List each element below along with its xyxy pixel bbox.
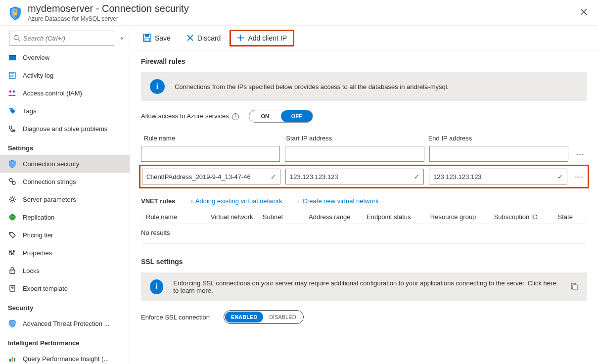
- toggle-off-label: OFF: [281, 110, 313, 122]
- create-new-vnet-link[interactable]: + Create new virtual network: [297, 197, 378, 205]
- svg-point-16: [11, 198, 14, 201]
- end-ip-input[interactable]: 123.123.123.123: [429, 169, 567, 184]
- svg-rect-0: [13, 12, 17, 15]
- svg-line-23: [10, 201, 11, 202]
- firewall-info-text: Connections from the IPs specified below…: [175, 83, 449, 91]
- svg-point-33: [11, 253, 13, 255]
- log-icon: [8, 71, 17, 80]
- nav-properties[interactable]: Properties: [0, 244, 130, 262]
- col-start-ip: Start IP address: [286, 135, 423, 142]
- row-more-button[interactable]: ···: [573, 149, 587, 159]
- main-panel: Save Discard Add client IP Firewall rule…: [130, 26, 598, 364]
- rule-name-input[interactable]: ClientIPAddress_2019-9-4_13-47-46: [142, 169, 280, 184]
- svg-line-2: [18, 39, 20, 41]
- rule-name-input[interactable]: [141, 146, 280, 162]
- ssl-toggle[interactable]: ENABLED DISABLED: [224, 310, 304, 324]
- export-icon: [8, 284, 17, 293]
- toggle-on-label: ON: [249, 110, 281, 122]
- svg-point-9: [9, 91, 12, 93]
- discard-button[interactable]: Discard: [180, 30, 228, 46]
- titlebar: mydemoserver - Connection security Azure…: [0, 0, 598, 26]
- ssl-title: SSL settings: [141, 258, 587, 266]
- search-field[interactable]: [23, 35, 110, 42]
- end-ip-input[interactable]: [429, 146, 568, 162]
- svg-rect-4: [9, 55, 16, 56]
- nav-export-template[interactable]: Export template: [0, 279, 130, 297]
- col-end-ip: End IP address: [428, 135, 565, 142]
- globe-icon: [8, 213, 17, 222]
- shield2-icon: [8, 319, 17, 328]
- nav-activity-log[interactable]: Activity log: [0, 66, 130, 84]
- svg-line-15: [12, 181, 13, 182]
- svg-point-12: [13, 130, 15, 132]
- page-title: mydemoserver - Connection security: [28, 3, 189, 14]
- tag-icon: [8, 106, 17, 115]
- search-input[interactable]: [9, 31, 114, 46]
- ssl-disabled-label: DISABLED: [263, 312, 302, 322]
- save-icon: [143, 34, 151, 42]
- svg-rect-44: [145, 34, 149, 37]
- chart-icon: [8, 354, 17, 363]
- properties-icon: [8, 248, 17, 257]
- row-more-button[interactable]: ···: [572, 172, 586, 182]
- nav-connection-security[interactable]: Connection security: [0, 155, 130, 173]
- shield-icon: [9, 7, 22, 20]
- vnet-empty: No results: [141, 224, 587, 244]
- svg-line-24: [14, 197, 15, 198]
- svg-rect-35: [10, 270, 15, 273]
- nav-server-parameters[interactable]: Server parameters: [0, 190, 130, 208]
- col-rule-name: Rule name: [144, 135, 281, 142]
- nav-overview[interactable]: Overview: [0, 48, 130, 66]
- svg-point-34: [13, 251, 15, 252]
- nav-connection-strings[interactable]: Connection strings: [0, 173, 130, 190]
- save-button[interactable]: Save: [136, 30, 178, 46]
- nav-advanced-threat[interactable]: Advanced Threat Protection ...: [0, 315, 130, 332]
- nav-replication[interactable]: Replication: [0, 208, 130, 226]
- shield-small-icon: [8, 159, 17, 168]
- section-settings: Settings: [0, 137, 130, 155]
- close-button[interactable]: [576, 6, 591, 19]
- gear-icon: [8, 195, 17, 204]
- connection-icon: [8, 177, 17, 186]
- lock-icon: [8, 266, 17, 275]
- nav-diagnose[interactable]: Diagnose and solve problems: [0, 120, 130, 137]
- nav-query-perf[interactable]: Query Performance Insight (...: [0, 350, 130, 364]
- vnet-columns: Rule name Virtual network Subnet Address…: [141, 210, 587, 224]
- vnet-title: VNET rules: [141, 197, 175, 205]
- collapse-sidebar-button[interactable]: «: [118, 33, 126, 44]
- firewall-table: Rule name Start IP address End IP addres…: [141, 133, 587, 186]
- svg-rect-49: [573, 285, 577, 290]
- firewall-title: Firewall rules: [141, 57, 587, 65]
- nav-pricing-tier[interactable]: Pricing tier: [0, 226, 130, 244]
- search-icon: [13, 35, 20, 42]
- add-existing-vnet-link[interactable]: + Adding existing virtual network: [190, 197, 282, 205]
- svg-point-28: [10, 233, 11, 234]
- people-icon: [8, 89, 17, 97]
- start-ip-input[interactable]: 123.123.123.123: [285, 169, 424, 184]
- azure-access-toggle[interactable]: ON OFF: [249, 110, 313, 123]
- ssl-enabled-label: ENABLED: [225, 312, 263, 322]
- svg-rect-37: [9, 359, 11, 362]
- info-icon: i: [150, 79, 165, 94]
- nav-iam[interactable]: Access control (IAM): [0, 84, 130, 102]
- plus-icon: [237, 34, 244, 42]
- svg-rect-38: [12, 357, 13, 362]
- add-client-ip-button[interactable]: Add client IP: [230, 30, 294, 46]
- ssl-info-text: Enforcing SSL connections on your server…: [173, 279, 560, 294]
- svg-line-22: [14, 201, 15, 202]
- page-subtitle: Azure Database for MySQL server: [28, 15, 189, 22]
- info-circle-icon[interactable]: i: [232, 113, 239, 120]
- section-intelligent: Intelligent Performance: [0, 332, 130, 350]
- svg-point-1: [14, 35, 18, 40]
- firewall-info-banner: i Connections from the IPs specified bel…: [141, 72, 587, 101]
- nav-locks[interactable]: Locks: [0, 262, 130, 279]
- discard-icon: [186, 34, 194, 42]
- nav-tags[interactable]: Tags: [0, 102, 130, 120]
- svg-point-32: [9, 251, 11, 253]
- svg-rect-39: [14, 358, 15, 362]
- copy-icon[interactable]: [570, 282, 578, 292]
- start-ip-input[interactable]: [285, 146, 424, 162]
- enforce-ssl-label: Enforce SSL connection: [141, 314, 210, 321]
- toolbar: Save Discard Add client IP: [130, 26, 598, 50]
- overview-icon: [8, 53, 17, 62]
